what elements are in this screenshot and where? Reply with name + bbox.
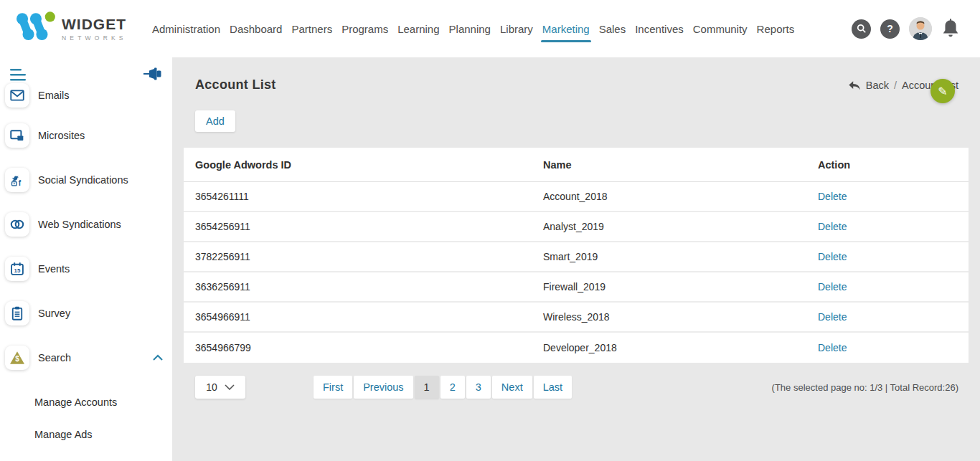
delete-link[interactable]: Delete — [818, 251, 847, 262]
table-row: 3782256911 Smart_2019 Delete — [184, 242, 969, 272]
page-title: Account List — [195, 77, 276, 92]
nav-partners[interactable]: Partners — [291, 20, 332, 38]
column-header-google-adwords-id: Google Adwords ID — [184, 159, 532, 171]
pager-last[interactable]: Last — [534, 376, 572, 399]
rings-icon — [5, 212, 29, 237]
nav-planning[interactable]: Planning — [449, 20, 491, 38]
edit-fab-button[interactable]: ✎ — [930, 79, 955, 103]
column-header-name: Name — [532, 159, 806, 171]
table-row: 3654261111 Account_2018 Delete — [184, 182, 969, 212]
sidebar-item-web-syndications[interactable]: Web Syndications — [0, 202, 172, 247]
main-nav: Administration Dashboard Partners Progra… — [152, 20, 794, 38]
cell-adwords-id: 3782256911 — [184, 251, 532, 262]
cell-adwords-id: 3654261111 — [184, 191, 532, 202]
calendar-day: 15 — [14, 267, 21, 274]
table-row: 3654256911 Analyst_2019 Delete — [184, 212, 969, 242]
column-header-action: Action — [806, 159, 969, 171]
sidebar: Emails Microsites f Social Syndications — [0, 57, 172, 461]
nav-programs[interactable]: Programs — [341, 20, 388, 38]
delete-link[interactable]: Delete — [818, 281, 847, 293]
page-size-dropdown[interactable]: 10 — [195, 376, 245, 399]
pin-icon[interactable] — [143, 67, 162, 80]
cell-adwords-id: 3654966799 — [184, 342, 532, 353]
microsite-icon — [5, 123, 29, 148]
pagination-summary: (The selected page no: 1/3 | Total Recor… — [772, 382, 958, 393]
table-row: 3654966911 Wireless_2018 Delete — [184, 303, 969, 333]
cell-adwords-id: 3654256911 — [184, 221, 532, 232]
sidebar-item-search[interactable]: $ Search — [0, 336, 172, 380]
nav-incentives[interactable]: Incentives — [635, 20, 684, 38]
notifications-icon[interactable] — [941, 19, 960, 39]
nav-community[interactable]: Community — [693, 20, 748, 38]
table-header-row: Google Adwords ID Name Action — [184, 148, 969, 182]
cell-name: Developer_2018 — [532, 342, 806, 353]
brand-text: WIDGET NETWORKS — [62, 16, 127, 42]
sidebar-item-microsites[interactable]: Microsites — [0, 113, 172, 158]
pager-page-1[interactable]: 1 — [415, 376, 439, 399]
cell-adwords-id: 3654966911 — [184, 311, 532, 323]
pager-page-2[interactable]: 2 — [440, 376, 465, 399]
page-size-value: 10 — [206, 381, 217, 393]
pager-previous[interactable]: Previous — [354, 376, 413, 399]
nav-dashboard[interactable]: Dashboard — [230, 20, 282, 38]
pager: First Previous 1 2 3 Next Last — [314, 376, 572, 399]
nav-administration[interactable]: Administration — [152, 20, 220, 38]
page-header: Account List Back / Account List — [172, 57, 980, 92]
nav-sales[interactable]: Sales — [599, 20, 626, 38]
sidebar-item-events[interactable]: 15 Events — [0, 247, 172, 291]
help-icon[interactable]: ? — [880, 19, 900, 39]
sidebar-item-label: Emails — [38, 90, 70, 101]
topbar-actions: ? — [852, 17, 960, 40]
top-bar: WIDGET NETWORKS Administration Dashboard… — [0, 0, 980, 57]
sidebar-subitem-manage-accounts[interactable]: Manage Accounts — [0, 386, 172, 418]
pager-page-3[interactable]: 3 — [466, 376, 491, 399]
delete-link[interactable]: Delete — [818, 311, 847, 323]
widget-logo-icon — [14, 10, 56, 47]
main-content: ✎ Account List Back / Account List Add G… — [172, 57, 980, 461]
pencil-icon: ✎ — [938, 85, 947, 98]
search-submenu: Manage Accounts Manage Ads — [0, 386, 172, 450]
cell-name: Smart_2019 — [532, 251, 806, 262]
sidebar-item-label: Microsites — [38, 130, 85, 141]
pager-next[interactable]: Next — [492, 376, 532, 399]
delete-link[interactable]: Delete — [818, 221, 847, 232]
sidebar-item-label: Events — [38, 263, 70, 275]
pagination-bar: 10 First Previous 1 2 3 Next Last (The s… — [195, 376, 958, 399]
cell-name: Wireless_2018 — [532, 311, 806, 323]
table-row: 3636256911 Firewall_2019 Delete — [184, 272, 969, 303]
svg-text:f: f — [19, 179, 22, 187]
nav-marketing[interactable]: Marketing — [542, 20, 590, 38]
adwords-triangle-icon: $ — [5, 346, 29, 370]
sidebar-item-label: Social Syndications — [38, 174, 128, 186]
cell-adwords-id: 3636256911 — [184, 281, 532, 293]
delete-link[interactable]: Delete — [818, 342, 847, 353]
breadcrumb-back-link[interactable]: Back — [866, 80, 889, 91]
sidebar-item-label: Search — [38, 352, 71, 363]
calendar-icon: 15 — [5, 257, 29, 281]
pager-first[interactable]: First — [314, 376, 352, 399]
help-glyph: ? — [887, 23, 893, 34]
menu-icon[interactable] — [10, 67, 27, 82]
delete-link[interactable]: Delete — [818, 191, 847, 202]
sidebar-item-survey[interactable]: Survey — [0, 291, 172, 336]
sidebar-item-label: Survey — [38, 308, 70, 319]
sidebar-item-social-syndications[interactable]: f Social Syndications — [0, 158, 172, 202]
brand-logo[interactable]: WIDGET NETWORKS — [14, 10, 142, 47]
cell-name: Analyst_2019 — [532, 221, 806, 232]
cell-name: Firewall_2019 — [532, 281, 806, 293]
nav-learning[interactable]: Learning — [397, 20, 439, 38]
sidebar-item-emails[interactable]: Emails — [0, 77, 172, 113]
user-avatar[interactable] — [909, 17, 932, 40]
nav-library[interactable]: Library — [500, 20, 533, 38]
accounts-table: Google Adwords ID Name Action 3654261111… — [184, 148, 969, 363]
brand-subtitle: NETWORKS — [62, 34, 127, 42]
back-arrow-icon — [848, 80, 861, 90]
cell-name: Account_2018 — [532, 191, 806, 202]
social-icon: f — [5, 168, 29, 192]
search-icon[interactable] — [852, 19, 871, 39]
add-button[interactable]: Add — [195, 110, 235, 132]
sidebar-subitem-manage-ads[interactable]: Manage Ads — [0, 418, 172, 450]
sidebar-menu: Emails Microsites f Social Syndications — [0, 77, 172, 450]
nav-reports[interactable]: Reports — [757, 20, 795, 38]
chevron-up-icon[interactable] — [152, 354, 164, 361]
